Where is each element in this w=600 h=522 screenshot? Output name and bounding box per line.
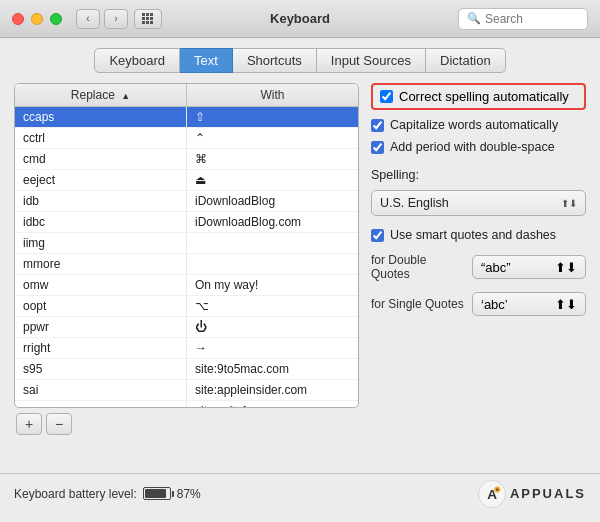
table-row[interactable]: cmd ⌘ <box>15 149 358 170</box>
cell-replace: cmd <box>15 149 187 169</box>
battery-fill <box>145 489 166 498</box>
appuals-icon: A <box>477 479 507 509</box>
add-row-button[interactable]: + <box>16 413 42 435</box>
grid-button[interactable] <box>134 9 162 29</box>
cell-replace: s95 <box>15 359 187 379</box>
back-button[interactable]: ‹ <box>76 9 100 29</box>
cell-replace: eeject <box>15 170 187 190</box>
smart-quotes-label: Use smart quotes and dashes <box>390 228 556 242</box>
cell-replace: ppwr <box>15 317 187 337</box>
capitalize-words-checkbox[interactable] <box>371 119 384 132</box>
table-container: Replace ▲ With ccaps ⇧ cctrl ⌃ cmd ⌘ eej… <box>14 83 359 408</box>
table-footer: + − <box>14 408 359 440</box>
spelling-dropdown[interactable]: U.S. English ⬆⬇ <box>371 190 586 216</box>
cell-replace: mmore <box>15 254 187 274</box>
table-row[interactable]: rright → <box>15 338 358 359</box>
cell-replace: idb <box>15 191 187 211</box>
cell-replace: oopt <box>15 296 187 316</box>
double-quotes-label: for Double Quotes <box>371 253 466 281</box>
sort-arrow: ▲ <box>121 91 130 101</box>
tab-shortcuts[interactable]: Shortcuts <box>233 48 317 73</box>
cell-with: ⏻ <box>187 317 358 337</box>
single-quotes-arrow: ⬆⬇ <box>555 297 577 312</box>
cell-replace: scom <box>15 401 187 407</box>
table-row[interactable]: eeject ⏏ <box>15 170 358 191</box>
cell-with: site:appleinsider.com <box>187 380 358 400</box>
svg-rect-8 <box>150 21 153 24</box>
table-row[interactable]: sai site:appleinsider.com <box>15 380 358 401</box>
cell-replace: idbc <box>15 212 187 232</box>
correct-spelling-label: Correct spelling automatically <box>399 89 569 104</box>
table-row[interactable]: s95 site:9to5mac.com <box>15 359 358 380</box>
double-quotes-row: for Double Quotes “abc” ⬆⬇ <box>371 253 586 281</box>
smart-quotes-checkbox[interactable] <box>371 229 384 242</box>
svg-rect-1 <box>146 13 149 16</box>
double-quotes-dropdown[interactable]: “abc” ⬆⬇ <box>472 255 586 279</box>
cell-replace: ccaps <box>15 107 187 127</box>
add-period-row: Add period with double-space <box>371 140 586 154</box>
table-row[interactable]: ppwr ⏻ <box>15 317 358 338</box>
cell-replace: cctrl <box>15 128 187 148</box>
single-quotes-dropdown[interactable]: ‘abc’ ⬆⬇ <box>472 292 586 316</box>
table-header: Replace ▲ With <box>15 84 358 107</box>
cell-with: ⌃ <box>187 128 358 148</box>
correct-spelling-highlighted: Correct spelling automatically <box>371 83 586 110</box>
minimize-button[interactable] <box>31 13 43 25</box>
cell-with: ⌘ <box>187 149 358 169</box>
svg-rect-7 <box>146 21 149 24</box>
spelling-dropdown-arrow: ⬆⬇ <box>561 198 577 209</box>
forward-button[interactable]: › <box>104 9 128 29</box>
search-icon: 🔍 <box>467 12 481 25</box>
window-title: Keyboard <box>270 11 330 26</box>
battery-label: Keyboard battery level: <box>14 487 137 501</box>
cell-with: On my way! <box>187 275 358 295</box>
cell-replace: rright <box>15 338 187 358</box>
statusbar: Keyboard battery level: 87% A APPUALS <box>0 473 600 513</box>
battery-icon <box>143 487 171 500</box>
spelling-label: Spelling: <box>371 168 586 182</box>
capitalize-words-row: Capitalize words automatically <box>371 118 586 132</box>
cell-with: → <box>187 338 358 358</box>
cell-with: site:9to5mac.com <box>187 359 358 379</box>
cell-with: ⇧ <box>187 107 358 127</box>
table-body[interactable]: ccaps ⇧ cctrl ⌃ cmd ⌘ eeject ⏏ idb iDown… <box>15 107 358 407</box>
search-input[interactable] <box>485 12 579 26</box>
cell-replace: omw <box>15 275 187 295</box>
double-quotes-arrow: ⬆⬇ <box>555 260 577 275</box>
tab-text[interactable]: Text <box>180 48 233 73</box>
grid-icon <box>141 12 155 26</box>
search-box[interactable]: 🔍 <box>458 8 588 30</box>
table-row[interactable]: idbc iDownloadBlog.com <box>15 212 358 233</box>
table-panel: Replace ▲ With ccaps ⇧ cctrl ⌃ cmd ⌘ eej… <box>14 83 359 463</box>
correct-spelling-checkbox[interactable] <box>380 90 393 103</box>
table-row[interactable]: idb iDownloadBlog <box>15 191 358 212</box>
nav-buttons: ‹ › <box>76 9 128 29</box>
table-row[interactable]: omw On my way! <box>15 275 358 296</box>
table-row[interactable]: iimg <box>15 233 358 254</box>
table-row[interactable]: cctrl ⌃ <box>15 128 358 149</box>
maximize-button[interactable] <box>50 13 62 25</box>
battery-pct: 87% <box>177 487 201 501</box>
single-quotes-label: for Single Quotes <box>371 297 466 311</box>
cell-with <box>187 254 358 274</box>
add-period-label: Add period with double-space <box>390 140 555 154</box>
cell-replace: iimg <box>15 233 187 253</box>
table-row[interactable]: scom site:cultofmac.com <box>15 401 358 407</box>
svg-rect-2 <box>150 13 153 16</box>
add-period-checkbox[interactable] <box>371 141 384 154</box>
cell-replace: sai <box>15 380 187 400</box>
remove-row-button[interactable]: − <box>46 413 72 435</box>
appuals-logo: A APPUALS <box>477 479 586 509</box>
smart-quotes-row: Use smart quotes and dashes <box>371 228 586 242</box>
tab-keyboard[interactable]: Keyboard <box>94 48 180 73</box>
close-button[interactable] <box>12 13 24 25</box>
tab-input-sources[interactable]: Input Sources <box>317 48 426 73</box>
table-row[interactable]: ccaps ⇧ <box>15 107 358 128</box>
cell-with: iDownloadBlog <box>187 191 358 211</box>
svg-rect-0 <box>142 13 145 16</box>
tab-dictation[interactable]: Dictation <box>426 48 506 73</box>
svg-point-12 <box>496 488 498 490</box>
cell-with <box>187 233 358 253</box>
table-row[interactable]: mmore <box>15 254 358 275</box>
table-row[interactable]: oopt ⌥ <box>15 296 358 317</box>
